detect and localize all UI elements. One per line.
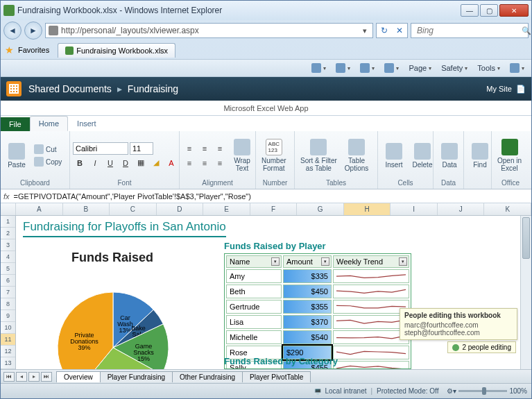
search-input[interactable] xyxy=(417,26,522,35)
select-all-corner[interactable] xyxy=(1,203,16,215)
row-1[interactable]: 1 xyxy=(1,216,15,228)
tab-first-button[interactable]: ⏮ xyxy=(3,372,15,382)
sheet-tab[interactable]: Player PivotTable xyxy=(242,371,311,382)
browser-tab[interactable]: Fundraising Workbook.xlsx xyxy=(58,43,175,58)
table-row[interactable]: Lisa$370 xyxy=(226,315,409,329)
url-input[interactable] xyxy=(61,26,360,35)
close-button[interactable]: ✕ xyxy=(499,4,529,17)
zoom-dropdown-icon[interactable]: ⚙▾ xyxy=(447,387,456,395)
align-right-button[interactable]: ≡ xyxy=(213,157,227,169)
sheet-tab[interactable]: Overview xyxy=(56,371,101,382)
tab-insert[interactable]: Insert xyxy=(68,116,105,131)
feeds-menu[interactable]: ▾ xyxy=(332,61,354,75)
col-B[interactable]: B xyxy=(63,203,110,215)
col-D[interactable]: D xyxy=(157,203,204,215)
tab-last-button[interactable]: ⏭ xyxy=(41,372,52,382)
zoom-slider[interactable] xyxy=(458,390,507,392)
sheet-tab[interactable]: Other Fundraising xyxy=(172,371,243,382)
favorites-star-icon[interactable]: ★ xyxy=(5,44,14,56)
col-C[interactable]: C xyxy=(110,203,157,215)
find-button[interactable]: Find xyxy=(467,142,493,170)
col-J[interactable]: J xyxy=(438,203,485,215)
row-13[interactable]: 13 xyxy=(1,357,15,369)
align-top-button[interactable]: ≡ xyxy=(182,142,196,155)
align-left-button[interactable]: ≡ xyxy=(182,157,196,169)
row-11[interactable]: 11 xyxy=(1,334,15,346)
sort-filter-button[interactable]: Sort & Filter as Table xyxy=(298,137,340,173)
row-9[interactable]: 9 xyxy=(1,310,15,322)
copy-button[interactable]: Copy xyxy=(32,156,64,167)
tab-next-button[interactable]: ▸ xyxy=(28,372,40,382)
font-size-select[interactable]: 11 xyxy=(130,142,153,155)
fillcolor-button[interactable]: ◢ xyxy=(149,157,163,169)
fontcolor-button[interactable]: A xyxy=(164,157,178,169)
back-button[interactable]: ◄ xyxy=(3,22,22,40)
mysite-icon[interactable]: 📄 xyxy=(516,85,526,94)
category-table[interactable]: Type▾ Amount▾ Weekly Trend▾ Car Wash$600… xyxy=(224,368,411,369)
tools-menu[interactable]: Tools▾ xyxy=(473,62,504,74)
maximize-button[interactable]: ▢ xyxy=(480,4,498,17)
safety-menu[interactable]: Safety▾ xyxy=(437,62,472,74)
minimize-button[interactable]: — xyxy=(461,4,479,17)
mail-menu[interactable]: ▾ xyxy=(356,61,379,75)
row-12[interactable]: 12 xyxy=(1,346,15,357)
row-8[interactable]: 8 xyxy=(1,298,15,310)
row-2[interactable]: 2 xyxy=(1,228,15,239)
t1-h-amount[interactable]: Amount▾ xyxy=(283,255,332,268)
delete-cells-button[interactable]: Delete xyxy=(409,142,436,170)
search-box[interactable]: 🔍 xyxy=(411,23,529,38)
table-row[interactable]: Beth$450 xyxy=(226,285,409,298)
print-menu[interactable]: ▾ xyxy=(380,61,403,75)
dbl-underline-button[interactable]: D xyxy=(119,157,132,169)
mysite-link[interactable]: My Site xyxy=(486,85,512,93)
breadcrumb-2[interactable]: Fundraising xyxy=(128,83,178,94)
help-menu[interactable]: ▾ xyxy=(506,61,529,75)
row-4[interactable]: 4 xyxy=(1,251,15,263)
col-F[interactable]: F xyxy=(250,203,298,215)
paste-button[interactable]: Paste xyxy=(3,142,30,170)
filter-dropdown-icon[interactable]: ▾ xyxy=(271,257,280,266)
scroll-thumb[interactable] xyxy=(522,217,530,259)
fx-icon[interactable]: fx xyxy=(3,192,10,201)
zoom-thumb[interactable] xyxy=(482,387,486,395)
people-editing-badge[interactable]: 2 people editing xyxy=(447,341,516,353)
sharepoint-logo[interactable] xyxy=(6,81,22,96)
tab-prev-button[interactable]: ◂ xyxy=(16,372,27,382)
font-name-select[interactable]: Calibri xyxy=(73,142,128,155)
col-G[interactable]: G xyxy=(297,203,344,215)
align-mid-button[interactable]: ≡ xyxy=(198,142,212,155)
stop-button[interactable]: ✕ xyxy=(392,24,407,37)
row-7[interactable]: 7 xyxy=(1,287,15,298)
t1-h-trend[interactable]: Weekly Trend▾ xyxy=(333,255,409,268)
row-3[interactable]: 3 xyxy=(1,239,15,251)
border-button[interactable]: ▦ xyxy=(134,157,148,169)
refresh-button[interactable]: ↻ xyxy=(377,24,392,37)
filter-dropdown-icon[interactable]: ▾ xyxy=(399,257,407,266)
tab-file[interactable]: File xyxy=(1,117,30,131)
favorites-label[interactable]: Favorites xyxy=(18,46,49,54)
align-center-button[interactable]: ≡ xyxy=(198,157,212,169)
filter-dropdown-icon[interactable]: ▾ xyxy=(321,257,329,266)
table-row[interactable]: Amy$335 xyxy=(226,269,409,283)
t1-h-name[interactable]: Name▾ xyxy=(226,255,282,268)
search-go-icon[interactable]: 🔍 xyxy=(522,26,531,35)
number-format-button[interactable]: ABC123Number Format xyxy=(259,137,289,173)
vertical-scrollbar[interactable] xyxy=(520,216,531,369)
url-field-wrap[interactable]: ▾ xyxy=(45,23,373,38)
tab-home[interactable]: Home xyxy=(30,116,68,131)
forward-button[interactable]: ► xyxy=(24,22,42,40)
table-options-button[interactable]: Table Options xyxy=(342,137,371,173)
align-bot-button[interactable]: ≡ xyxy=(213,142,227,155)
row-6[interactable]: 6 xyxy=(1,275,15,287)
formula-input[interactable] xyxy=(14,192,529,201)
wrap-text-button[interactable]: Wrap Text xyxy=(229,137,255,173)
col-A[interactable]: A xyxy=(16,203,63,215)
col-I[interactable]: I xyxy=(391,203,438,215)
underline-button[interactable]: U xyxy=(103,157,117,169)
home-menu[interactable]: ▾ xyxy=(307,61,330,75)
sheet-tab[interactable]: Player Fundraising xyxy=(100,371,173,382)
col-K[interactable]: K xyxy=(484,203,531,215)
col-H[interactable]: H xyxy=(344,203,391,215)
zoom-control[interactable]: ⚙▾ 100% xyxy=(447,387,527,395)
row-10[interactable]: 10 xyxy=(1,322,15,334)
